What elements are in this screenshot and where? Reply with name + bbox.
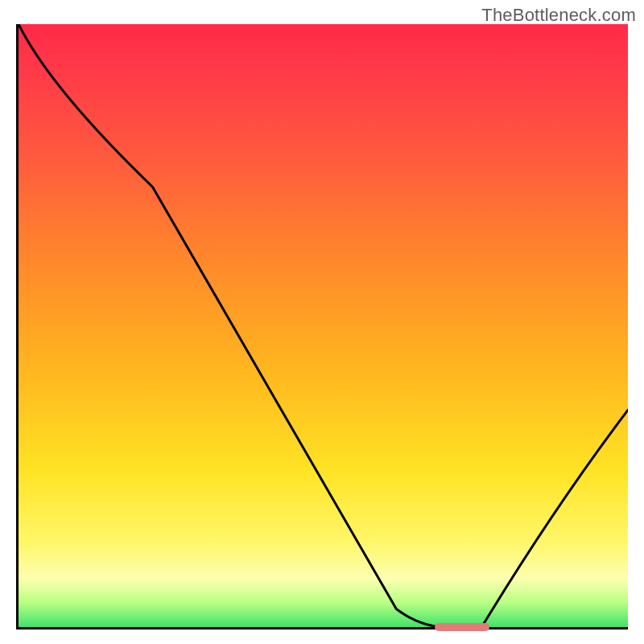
bottleneck-curve <box>19 24 628 627</box>
watermark-text: TheBottleneck.com <box>481 5 636 26</box>
bottleneck-chart: TheBottleneck.com <box>0 0 644 644</box>
optimum-marker <box>435 623 489 631</box>
curve-path <box>19 24 628 627</box>
plot-area <box>16 24 628 630</box>
